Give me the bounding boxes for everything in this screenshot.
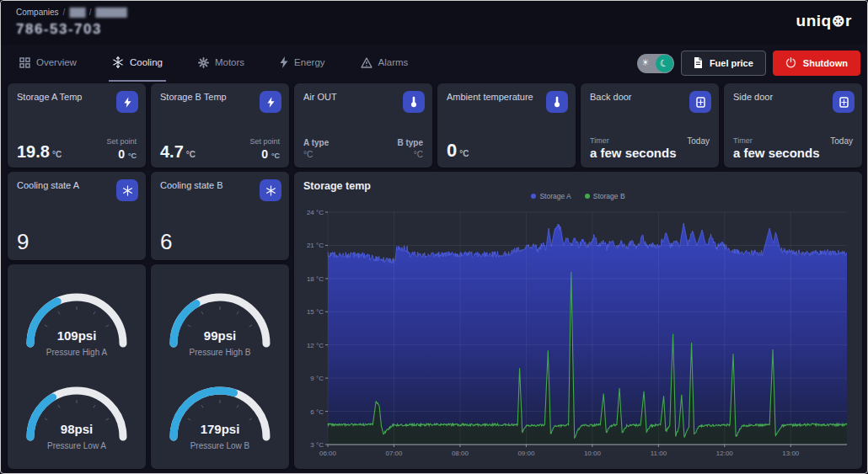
theme-toggle[interactable]: ☀ ☾ xyxy=(637,54,674,73)
gauge-pressure-low-a: 98psi Pressure Low A xyxy=(15,370,138,457)
uniqor-logo: uniq⊛r xyxy=(796,11,852,30)
side-door-timer: Timer a few seconds xyxy=(733,136,820,161)
svg-text:11:00: 11:00 xyxy=(651,450,667,457)
bolt-badge-icon xyxy=(260,91,281,113)
storage-b-set-point: Set point 0 °C xyxy=(249,137,280,160)
svg-text:Pressure High B: Pressure High B xyxy=(190,348,251,357)
svg-text:99psi: 99psi xyxy=(204,328,236,343)
chart-title: Storage temp xyxy=(303,180,853,192)
svg-text:09:00: 09:00 xyxy=(517,450,535,457)
svg-text:18 °C: 18 °C xyxy=(307,275,324,283)
breadcrumb-separator: / xyxy=(63,8,66,17)
svg-text:21 °C: 21 °C xyxy=(307,242,324,249)
power-icon xyxy=(785,57,796,70)
chart-legend: Storage A Storage B xyxy=(294,192,862,200)
legend-storage-a[interactable]: Storage A xyxy=(531,192,571,200)
page-title: 786-53-703 xyxy=(16,21,102,38)
card-back-door: Back door Timer a few seconds Today xyxy=(581,83,719,168)
svg-text:06:00: 06:00 xyxy=(319,450,337,457)
svg-text:13:00: 13:00 xyxy=(782,450,800,457)
gauge-pressure-low-b: 179psi Pressure Low B xyxy=(158,370,281,457)
shutdown-button[interactable]: Shutdown xyxy=(773,51,860,76)
warning-icon xyxy=(361,57,372,68)
door-icon xyxy=(689,91,711,113)
bolt-badge-icon xyxy=(116,91,138,113)
svg-text:179psi: 179psi xyxy=(201,422,240,436)
air-out-b-type: B type °C xyxy=(397,137,423,160)
card-cooling-state-b: Cooling state B 6 xyxy=(151,172,289,260)
card-air-out: Air OUT A type °C B type °C xyxy=(294,83,432,168)
svg-text:Pressure Low A: Pressure Low A xyxy=(47,441,106,450)
bolt-icon xyxy=(280,56,288,68)
breadcrumb-separator: / xyxy=(89,8,92,17)
svg-text:Pressure High A: Pressure High A xyxy=(46,348,108,357)
cooling-state-b-value: 6 xyxy=(160,231,172,253)
back-door-timer: Timer a few seconds xyxy=(590,136,677,161)
snowflake-badge-icon xyxy=(260,179,281,201)
thermometer-icon xyxy=(546,91,568,113)
moon-icon: ☾ xyxy=(659,56,670,69)
thermometer-icon xyxy=(403,91,425,113)
breadcrumb-company: ███ xyxy=(69,8,84,17)
tab-energy[interactable]: Energy xyxy=(276,45,328,82)
card-storage-a-temp: Storage A Temp 19.8°C Set point 0 °C xyxy=(8,83,146,168)
svg-text:3 °C: 3 °C xyxy=(310,441,324,449)
fuel-price-button[interactable]: Fuel price xyxy=(681,51,766,76)
svg-text:Pressure Low B: Pressure Low B xyxy=(190,441,250,450)
gear-icon xyxy=(198,57,209,68)
tab-overview[interactable]: Overview xyxy=(16,45,80,82)
fuel-document-icon xyxy=(694,57,703,70)
svg-text:6 °C: 6 °C xyxy=(310,408,324,416)
cooling-state-a-value: 9 xyxy=(17,231,29,253)
side-door-today: Today xyxy=(830,136,853,146)
svg-text:98psi: 98psi xyxy=(61,422,93,436)
svg-text:12:00: 12:00 xyxy=(716,450,734,457)
breadcrumb: Companies / ███ / ██████ xyxy=(16,8,126,17)
tab-alarms[interactable]: Alarms xyxy=(357,45,412,82)
tab-bar: Overview Cooling Motors Energy Alarms ☀ xyxy=(1,45,867,82)
card-side-door: Side door Timer a few seconds Today xyxy=(724,83,862,168)
svg-text:24 °C: 24 °C xyxy=(307,209,324,216)
tab-motors[interactable]: Motors xyxy=(195,45,248,82)
card-ambient-temperature: Ambient temperature 0°C xyxy=(437,83,576,168)
storage-temp-chart: 3 °C6 °C9 °C12 °C15 °C18 °C21 °C24 °C06:… xyxy=(303,205,854,466)
card-storage-temp-chart: Storage temp Storage A Storage B 3 °C6 °… xyxy=(294,172,862,469)
ambient-temp-value: 0°C xyxy=(447,141,469,160)
storage-a-temp-value: 19.8°C xyxy=(17,143,62,160)
air-out-a-type: A type °C xyxy=(303,137,329,160)
svg-text:12 °C: 12 °C xyxy=(307,342,324,349)
storage-a-set-point: Set point 0 °C xyxy=(106,137,137,160)
gauge-pressure-high-a: 109psi Pressure High A xyxy=(15,276,138,364)
card-pressure-a: 109psi Pressure High A 98psi Pressure Lo… xyxy=(8,264,146,469)
door-icon xyxy=(833,91,855,113)
gauge-pressure-high-b: 99psi Pressure High B xyxy=(158,276,281,364)
svg-text:109psi: 109psi xyxy=(57,328,97,343)
grid-icon xyxy=(19,57,30,68)
sun-icon: ☀ xyxy=(641,57,650,69)
svg-text:10:00: 10:00 xyxy=(584,450,602,457)
snowflake-icon xyxy=(112,56,124,68)
dashboard-screen: Companies / ███ / ██████ 786-53-703 uniq… xyxy=(0,0,868,474)
back-door-today: Today xyxy=(687,136,710,146)
tab-cooling[interactable]: Cooling xyxy=(109,45,166,82)
legend-storage-b[interactable]: Storage B xyxy=(585,192,625,200)
svg-text:07:00: 07:00 xyxy=(385,450,403,457)
breadcrumb-companies-link[interactable]: Companies xyxy=(16,8,59,17)
snowflake-badge-icon xyxy=(116,179,138,201)
svg-text:08:00: 08:00 xyxy=(452,450,469,457)
card-cooling-state-a: Cooling state A 9 xyxy=(8,172,146,260)
storage-b-temp-value: 4.7°C xyxy=(160,143,196,160)
svg-text:9 °C: 9 °C xyxy=(310,375,324,382)
card-storage-b-temp: Storage B Temp 4.7°C Set point 0 °C xyxy=(151,83,289,168)
card-pressure-b: 99psi Pressure High B 179psi Pressure Lo… xyxy=(151,264,289,469)
top-bar: Companies / ███ / ██████ 786-53-703 uniq… xyxy=(1,1,867,45)
breadcrumb-site: ██████ xyxy=(95,8,126,17)
svg-text:15 °C: 15 °C xyxy=(307,308,324,316)
